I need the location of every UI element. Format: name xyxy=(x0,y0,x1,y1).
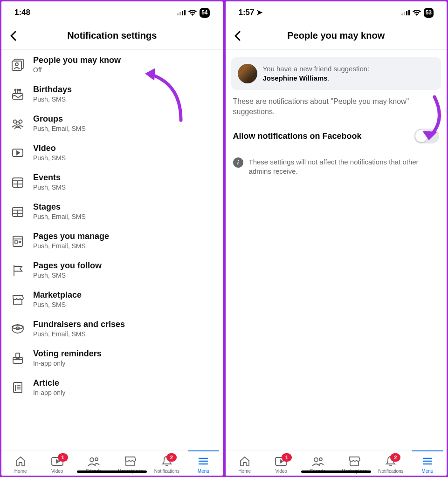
toggle-row: Allow notifications on Facebook xyxy=(226,123,447,153)
pages-follow-icon xyxy=(10,262,26,278)
nav-notifications[interactable]: 2Notifications xyxy=(372,453,409,474)
setting-label: Marketplace xyxy=(33,290,82,300)
setting-subtitle: Push, SMS xyxy=(33,154,66,162)
svg-point-50 xyxy=(314,458,318,462)
svg-rect-1 xyxy=(179,12,181,15)
info-icon: i xyxy=(233,157,243,168)
setting-people-card[interactable]: People you may knowOff xyxy=(1,50,223,79)
voting-icon xyxy=(10,350,26,366)
badge: 1 xyxy=(58,453,68,462)
suggestion-text: You have a new friend suggestion:Josephi… xyxy=(263,64,370,83)
setting-events[interactable]: EventsPush, SMS xyxy=(1,167,223,197)
setting-stages[interactable]: StagesPush, Email, SMS xyxy=(1,197,223,226)
groups-icon xyxy=(10,116,26,131)
setting-label: Video xyxy=(33,143,66,153)
badge: 2 xyxy=(166,453,177,462)
settings-list[interactable]: People you may knowOffBirthdaysPush, SMS… xyxy=(1,50,223,450)
setting-label: Article xyxy=(33,378,65,388)
screen-header: Notification settings xyxy=(1,22,223,50)
setting-label: Stages xyxy=(33,202,86,212)
svg-rect-2 xyxy=(182,11,183,15)
video-icon xyxy=(10,145,26,161)
svg-point-41 xyxy=(95,458,98,461)
header-title: People you may know xyxy=(233,30,440,41)
status-bar: 1:48 54 xyxy=(1,1,223,22)
setting-subtitle: Push, SMS xyxy=(33,95,72,103)
nav-notifications[interactable]: 2Notifications xyxy=(149,453,185,474)
pages-manage-icon xyxy=(10,233,26,249)
setting-pages-manage[interactable]: Pages you managePush, Email, SMS xyxy=(1,226,223,255)
setting-subtitle: Push, Email, SMS xyxy=(33,330,125,338)
nav-label: Menu xyxy=(198,469,209,474)
home-icon xyxy=(14,455,27,467)
allow-notifications-toggle[interactable] xyxy=(414,129,439,143)
toggle-label: Allow notifications on Facebook xyxy=(233,131,362,141)
video-icon: 1 xyxy=(50,455,64,467)
birthday-icon xyxy=(10,86,26,102)
nav-label: Home xyxy=(14,469,27,474)
article-icon xyxy=(10,380,26,395)
nav-label: Menu xyxy=(421,469,433,474)
setting-subtitle: Push, Email, SMS xyxy=(33,125,86,132)
setting-birthday[interactable]: BirthdaysPush, SMS xyxy=(1,79,223,109)
nav-menu[interactable]: Menu xyxy=(409,453,446,474)
svg-rect-45 xyxy=(401,14,403,15)
setting-label: Birthdays xyxy=(33,85,72,95)
svg-point-51 xyxy=(319,458,322,461)
nav-home[interactable]: Home xyxy=(2,453,39,474)
nav-label: Video xyxy=(275,469,287,474)
nav-label: Notifications xyxy=(154,469,179,474)
marketplace-icon xyxy=(348,455,361,467)
nav-video[interactable]: 1Video xyxy=(263,453,299,474)
menu-icon xyxy=(421,455,434,467)
setting-groups[interactable]: GroupsPush, Email, SMS xyxy=(1,109,223,138)
fundraisers-icon xyxy=(10,321,26,337)
notifications-icon: 2 xyxy=(161,455,173,467)
description-text: These are notifications about "People yo… xyxy=(226,96,447,123)
wifi-icon xyxy=(188,10,197,16)
right-screenshot: 1:57 ➤ 53 People you may know You have a… xyxy=(226,1,447,476)
nav-video[interactable]: 1Video xyxy=(39,453,75,474)
statusbar-time: 1:57 ➤ xyxy=(239,8,263,17)
setting-label: Groups xyxy=(33,114,86,124)
setting-article[interactable]: ArticleIn-app only xyxy=(1,373,223,402)
back-button[interactable] xyxy=(234,31,241,41)
setting-marketplace[interactable]: MarketplacePush, SMS xyxy=(1,285,223,314)
signal-icon xyxy=(401,10,410,15)
statusbar-time: 1:48 xyxy=(14,8,30,17)
home-icon xyxy=(239,455,251,467)
svg-rect-3 xyxy=(184,10,186,15)
home-indicator xyxy=(301,470,371,473)
nav-label: Video xyxy=(51,469,63,474)
video-icon: 1 xyxy=(274,455,288,467)
setting-subtitle: Push, Email, SMS xyxy=(33,242,109,250)
setting-subtitle: Push, SMS xyxy=(33,301,82,308)
people-card-icon xyxy=(10,57,26,73)
left-screenshot: 1:48 54 Notification settings People you… xyxy=(1,1,223,476)
home-indicator xyxy=(77,470,147,473)
setting-subtitle: Off xyxy=(33,66,121,74)
svg-rect-25 xyxy=(15,241,17,243)
setting-fundraisers[interactable]: Fundraisers and crisesPush, Email, SMS xyxy=(1,314,223,343)
battery-icon: 53 xyxy=(424,8,434,18)
friends-icon xyxy=(311,455,325,467)
setting-pages-follow[interactable]: Pages you followPush, SMS xyxy=(1,255,223,285)
nav-menu[interactable]: Menu xyxy=(185,453,221,474)
setting-subtitle: In-app only xyxy=(33,360,102,367)
setting-voting[interactable]: Voting remindersIn-app only xyxy=(1,343,223,373)
notifications-icon: 2 xyxy=(385,455,397,467)
info-text: These settings will not affect the notif… xyxy=(249,157,440,177)
back-button[interactable] xyxy=(10,31,16,41)
setting-subtitle: Push, SMS xyxy=(33,184,66,191)
events-icon xyxy=(10,174,26,190)
setting-video[interactable]: VideoPush, SMS xyxy=(1,138,223,167)
signal-icon xyxy=(177,10,186,15)
setting-label: Voting reminders xyxy=(33,349,102,359)
detail-content: You have a new friend suggestion:Josephi… xyxy=(226,50,447,450)
badge: 1 xyxy=(282,453,292,462)
nav-home[interactable]: Home xyxy=(227,453,263,474)
info-row: i These settings will not affect the not… xyxy=(226,153,447,181)
svg-rect-7 xyxy=(13,94,23,99)
status-bar: 1:57 ➤ 53 xyxy=(226,1,447,22)
marketplace-icon xyxy=(10,292,26,307)
